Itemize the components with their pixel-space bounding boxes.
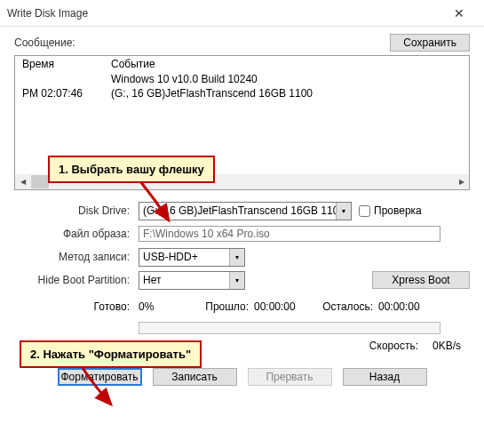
done-label: Готово: — [14, 300, 139, 313]
chevron-down-icon[interactable]: ▾ — [229, 272, 244, 289]
verify-checkbox[interactable]: Проверка — [359, 204, 422, 217]
save-button[interactable]: Сохранить — [390, 34, 470, 52]
annotation-note-1: 1. Выбрать вашу флешку — [48, 156, 215, 183]
speed-value: 0KB/s — [432, 340, 461, 352]
scroll-right-icon[interactable]: ▶ — [454, 174, 469, 189]
chevron-down-icon[interactable]: ▾ — [229, 249, 244, 266]
elapsed-label: Прошло: — [201, 300, 254, 313]
chevron-down-icon[interactable]: ▾ — [336, 203, 351, 220]
log-col-time: Время — [22, 58, 111, 70]
annotation-arrow-1 — [133, 178, 186, 231]
close-icon[interactable]: ✕ — [441, 6, 477, 20]
remain-label: Осталось: — [316, 300, 378, 313]
window-title: Write Disk Image — [7, 7, 88, 20]
log-row: Windows 10 v10.0 Build 10240 — [15, 72, 469, 86]
annotation-arrow-2 — [75, 364, 129, 413]
write-button[interactable]: Записать — [153, 368, 237, 386]
xpress-boot-button[interactable]: Xpress Boot — [372, 271, 470, 289]
write-method-label: Метод записи: — [14, 251, 139, 263]
progress-bar — [139, 322, 440, 334]
annotation-note-2: 2. Нажать "Форматировать" — [20, 340, 202, 368]
abort-button: Прервать — [248, 368, 332, 386]
back-button[interactable]: Назад — [343, 368, 427, 386]
message-label: Сообщение: — [14, 36, 75, 49]
speed-label: Скорость: — [369, 340, 432, 352]
disk-drive-label: Disk Drive: — [14, 204, 139, 217]
log-col-event: Событие — [111, 58, 462, 70]
elapsed-value: 00:00:00 — [254, 300, 316, 313]
write-method-select[interactable]: USB-HDD+ ▾ — [139, 248, 245, 267]
scroll-left-icon[interactable]: ◀ — [15, 174, 30, 189]
remain-value: 00:00:00 — [378, 300, 440, 313]
hide-boot-select[interactable]: Нет ▾ — [139, 271, 245, 290]
hide-boot-label: Hide Boot Partition: — [14, 274, 139, 286]
log-row: PM 02:07:46 (G:, 16 GB)JetFlashTranscend… — [15, 86, 469, 100]
image-file-label: Файл образа: — [14, 228, 139, 240]
verify-checkbox-input[interactable] — [359, 205, 370, 217]
done-value: 0% — [139, 300, 201, 313]
